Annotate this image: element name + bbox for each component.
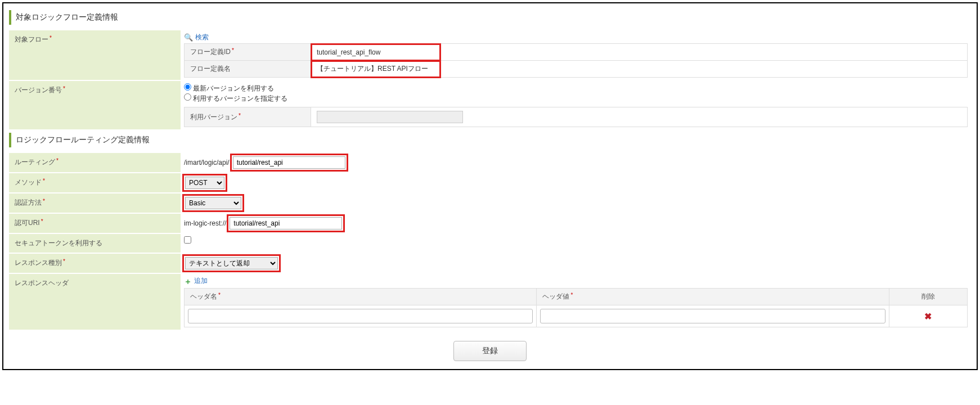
- label-flow-def-name: フロー定義名: [185, 61, 311, 78]
- use-version-input: [317, 111, 463, 123]
- value-flow-def-name: 【チュートリアル】REST APIフロー: [311, 61, 440, 78]
- delete-icon[interactable]: ✖: [924, 312, 932, 321]
- submit-button[interactable]: 登録: [453, 341, 527, 361]
- label-use-version: 利用バージョン*: [185, 107, 311, 127]
- search-icon: 🔍: [184, 33, 193, 42]
- header-name-input[interactable]: [188, 309, 533, 323]
- header-value-input[interactable]: [540, 309, 885, 323]
- label-method: メソッド*: [9, 173, 181, 192]
- col-header-value: ヘッダ値*: [537, 289, 889, 305]
- radio-specify-version[interactable]: 利用するバージョンを指定する: [184, 94, 287, 102]
- label-routing: ルーティング*: [9, 153, 181, 172]
- section-title-routing: ロジックフロールーティング定義情報: [9, 133, 971, 147]
- search-link[interactable]: 🔍 検索: [184, 33, 209, 42]
- label-target-flow: 対象フロー*: [9, 30, 181, 80]
- label-response-type: レスポンス種別*: [9, 254, 181, 273]
- method-select[interactable]: POST: [185, 177, 224, 189]
- add-header-link[interactable]: ＋ 追加: [184, 276, 208, 286]
- plus-icon: ＋: [184, 277, 192, 285]
- routing-input[interactable]: [233, 156, 345, 169]
- response-type-select[interactable]: テキストとして返却: [185, 257, 278, 269]
- label-version-number: バージョン番号*: [9, 81, 181, 129]
- label-auth-method: 認証方法*: [9, 194, 181, 213]
- label-auth-uri: 認可URI*: [9, 214, 181, 233]
- value-flow-def-id: tutorial_rest_api_flow: [311, 44, 440, 61]
- secure-token-checkbox[interactable]: [184, 236, 191, 244]
- col-delete: 削除: [889, 289, 967, 305]
- section-title-target-flow: 対象ロジックフロー定義情報: [9, 10, 971, 25]
- label-secure-token: セキュアトークンを利用する: [9, 234, 181, 253]
- label-response-header: レスポンスヘッダ: [9, 274, 181, 330]
- auth-uri-input[interactable]: [230, 217, 342, 230]
- table-row: ✖: [185, 305, 968, 327]
- label-flow-def-id: フロー定義ID*: [185, 44, 311, 61]
- auth-uri-prefix: im-logic-rest://: [184, 219, 226, 227]
- auth-method-select[interactable]: Basic: [185, 197, 241, 209]
- routing-prefix: /imart/logic/api/: [184, 159, 230, 166]
- col-header-name: ヘッダ名*: [185, 289, 537, 305]
- radio-latest-version[interactable]: 最新バージョンを利用する: [184, 84, 274, 92]
